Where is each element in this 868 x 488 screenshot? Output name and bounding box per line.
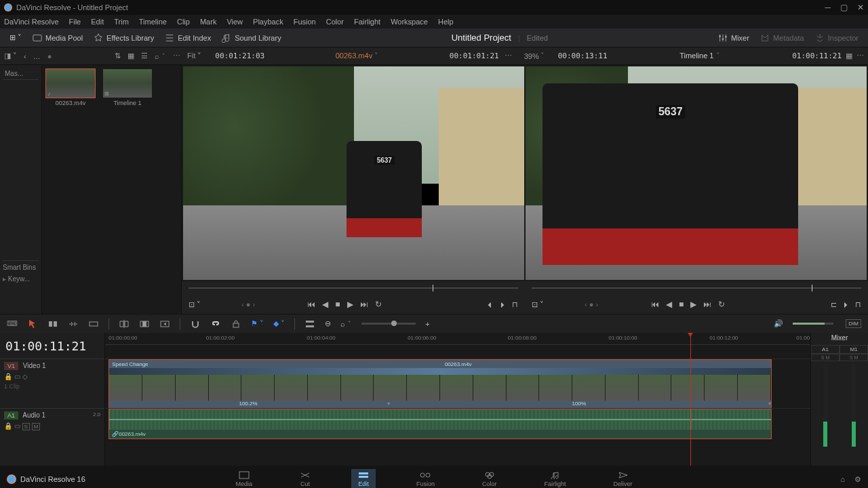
prog-prev-button[interactable]: ◀ xyxy=(666,300,672,309)
settings-button[interactable]: ⚙ xyxy=(854,475,861,484)
sort-button[interactable]: ⇅ xyxy=(115,52,121,60)
program-viewer[interactable]: 5637 xyxy=(526,66,867,280)
effects-library-button[interactable]: Effects Library xyxy=(88,31,159,45)
zoom-slider[interactable] xyxy=(361,323,416,325)
menu-mark[interactable]: Mark xyxy=(200,18,216,26)
overwrite-button[interactable] xyxy=(139,319,150,329)
close-button[interactable]: ✕ xyxy=(857,3,864,12)
nav-deliver[interactable]: Deliver xyxy=(607,469,639,488)
prog-mode-button[interactable]: ⊡ ˅ xyxy=(532,300,544,309)
volume-slider[interactable] xyxy=(793,323,833,325)
timeline-name[interactable]: Timeline 1 xyxy=(679,52,713,60)
nav-cut[interactable]: Cut xyxy=(293,469,317,488)
view-options-button[interactable] xyxy=(304,319,315,329)
source-clip-name[interactable]: 00263.m4v xyxy=(336,52,372,60)
video-track-header[interactable]: V1 Video 1 🔒 ▭ ◇ 1 Clip xyxy=(0,359,104,408)
lock-button[interactable] xyxy=(231,319,241,329)
src-options[interactable]: ⋯ xyxy=(505,52,512,60)
keyboard-layout-icon[interactable]: ⌨ xyxy=(7,319,18,328)
audio-clip[interactable]: 🔗 00263.m4v xyxy=(108,409,772,439)
source-scrubber[interactable] xyxy=(182,281,525,295)
fit-dropdown[interactable]: Fit ˅ xyxy=(187,52,201,60)
video-clip[interactable]: Speed Change00263.m4v 100.2%▾100%▾ xyxy=(108,359,772,409)
menu-timeline[interactable]: Timeline xyxy=(139,18,167,26)
dynamic-trim-tool[interactable] xyxy=(68,319,79,329)
zoom-in-button[interactable]: + xyxy=(425,320,429,328)
source-viewer[interactable]: 5637 xyxy=(183,66,524,280)
src-play-button[interactable]: ▶ xyxy=(347,300,353,309)
sound-library-button[interactable]: Sound Library xyxy=(216,31,287,45)
menu-fusion[interactable]: Fusion xyxy=(294,18,316,26)
menu-help[interactable]: Help xyxy=(438,18,454,26)
prog-options[interactable]: ⋯ xyxy=(856,52,864,60)
record-icon[interactable]: ● xyxy=(47,52,52,60)
menu-edit[interactable]: Edit xyxy=(91,18,104,26)
timeline-canvas[interactable]: 01:00:00:00 01:00:02:00 01:00:04:00 01:0… xyxy=(105,333,810,466)
src-mode-button[interactable]: ⊡ ˅ xyxy=(189,300,201,309)
zoom-dropdown[interactable]: ⌕ ˅ xyxy=(340,320,352,328)
prog-loop-button[interactable]: ↻ xyxy=(718,300,725,309)
grid-view-button[interactable]: ▦ xyxy=(127,52,134,60)
src-stop-button[interactable]: ■ xyxy=(335,300,340,309)
trim-tool[interactable] xyxy=(47,319,58,329)
mixer-ch-m1[interactable]: M1 xyxy=(840,345,868,354)
audio-track-lane[interactable]: 🔗 00263.m4v xyxy=(105,408,810,439)
prog-handles-button[interactable]: ⊓ xyxy=(855,300,861,309)
keywords-bin[interactable]: ▸ Keyw... xyxy=(3,274,39,284)
insert-button[interactable] xyxy=(119,319,130,329)
minimize-button[interactable]: ─ xyxy=(825,3,831,12)
src-out-button[interactable]: ⏵ xyxy=(499,300,507,308)
edit-index-button[interactable]: Edit Index xyxy=(159,31,216,45)
layout-button[interactable]: ⊞ ˅ xyxy=(4,31,27,44)
menu-fairlight[interactable]: Fairlight xyxy=(354,18,380,26)
mixer-solo-m1[interactable]: S M xyxy=(840,354,868,361)
gallery-icon[interactable]: ▦ xyxy=(846,52,852,60)
menu-color[interactable]: Color xyxy=(326,18,344,26)
clip-thumbnail-2[interactable]: ⊞ Timeline 1 xyxy=(103,69,152,310)
prog-match-button[interactable]: ‹ ● › xyxy=(585,300,598,308)
bin-view-button[interactable]: ◨ ˅ xyxy=(4,52,17,60)
src-handles-button[interactable]: ⊓ xyxy=(512,300,518,309)
prog-in-button[interactable]: ⊏ xyxy=(831,300,837,309)
nav-fairlight[interactable]: Fairlight xyxy=(538,469,573,488)
prog-first-button[interactable]: ⏮ xyxy=(651,300,659,309)
search-button[interactable]: ⌕ ˅ xyxy=(155,52,166,60)
src-loop-button[interactable]: ↻ xyxy=(375,300,382,309)
mixer-button[interactable]: Mixer xyxy=(713,31,755,45)
menu-playback[interactable]: Playback xyxy=(253,18,283,26)
list-view-button[interactable]: ☰ xyxy=(141,52,148,60)
volume-icon[interactable]: 🔊 xyxy=(774,319,783,328)
menu-davinci[interactable]: DaVinci Resolve xyxy=(4,18,59,26)
zoom-level[interactable]: 39% xyxy=(524,52,539,60)
prog-play-button[interactable]: ▶ xyxy=(690,300,696,309)
maximize-button[interactable]: ▢ xyxy=(840,3,848,12)
mixer-ch-a1[interactable]: A1 xyxy=(811,345,840,354)
prog-stop-button[interactable]: ■ xyxy=(679,300,684,309)
marker-button[interactable]: ◆ ˅ xyxy=(273,319,285,328)
prog-next-button[interactable]: ⏭ xyxy=(703,300,711,309)
blade-tool[interactable] xyxy=(88,319,99,329)
playhead[interactable] xyxy=(690,333,691,466)
video-track-lane[interactable]: Speed Change00263.m4v 100.2%▾100%▾ xyxy=(105,359,810,408)
program-scrubber[interactable] xyxy=(525,281,868,295)
nav-media[interactable]: Media xyxy=(229,469,259,488)
src-next-button[interactable]: ⏭ xyxy=(360,300,368,309)
replace-button[interactable] xyxy=(159,319,170,329)
timeline-ruler[interactable]: 01:00:00:00 01:00:02:00 01:00:04:00 01:0… xyxy=(105,333,810,345)
snap-button[interactable] xyxy=(190,319,201,329)
menu-clip[interactable]: Clip xyxy=(177,18,190,26)
inspector-button[interactable]: Inspector xyxy=(810,31,864,45)
media-pool-button[interactable]: Media Pool xyxy=(27,31,88,45)
link-button[interactable] xyxy=(210,319,221,329)
menu-view[interactable]: View xyxy=(226,18,243,26)
src-prev-button[interactable]: ◀ xyxy=(322,300,328,309)
menu-workspace[interactable]: Workspace xyxy=(391,18,428,26)
bin-more-button[interactable]: … xyxy=(33,52,41,60)
zoom-out-button[interactable]: ⊖ xyxy=(325,319,331,328)
src-in-button[interactable]: ⏴ xyxy=(486,300,494,308)
home-button[interactable]: ⌂ xyxy=(840,475,845,484)
nav-fusion[interactable]: Fusion xyxy=(410,469,441,488)
master-bin[interactable]: Mas... xyxy=(3,68,39,80)
menu-trim[interactable]: Trim xyxy=(114,18,129,26)
audio-track-header[interactable]: A1 Audio 1 2.0 🔒 ▭ S M xyxy=(0,408,104,439)
